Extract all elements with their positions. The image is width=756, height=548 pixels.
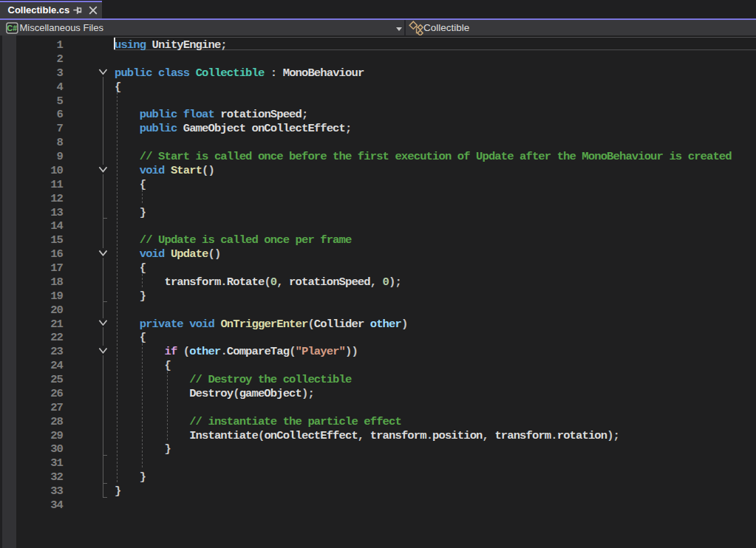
svg-text:C#: C# — [7, 24, 17, 32]
